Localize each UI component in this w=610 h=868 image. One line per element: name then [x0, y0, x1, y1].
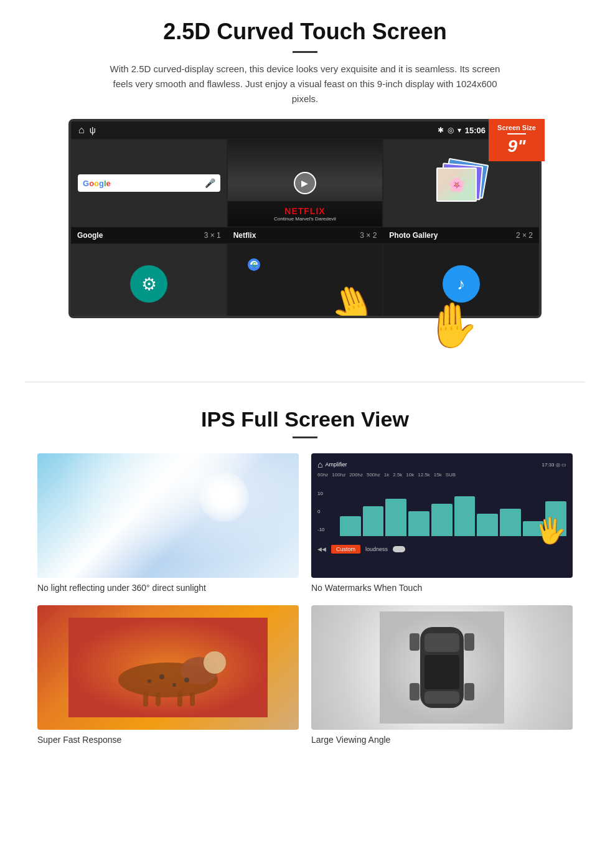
- netflix-subtitle: Continue Marvel's Daredevil: [233, 216, 378, 222]
- gallery-grid-size: 2 × 2: [516, 231, 533, 240]
- car-caption: Large Viewing Angle: [311, 735, 573, 745]
- feature-sunlight: No light reflecting under 360° direct su…: [37, 453, 299, 593]
- svg-point-11: [184, 677, 189, 682]
- amp-back: ◀◀: [317, 546, 326, 552]
- feature-watermark: ⌂ Amplifier 17:33 ◎ ▭ 60hz100hz200hz500h…: [311, 453, 573, 593]
- features-grid: No light reflecting under 360° direct su…: [37, 453, 573, 745]
- eq-bar-7: [477, 514, 498, 536]
- section-divider: [25, 382, 585, 382]
- car-bg: [311, 605, 573, 730]
- photo-stack: 🌸: [436, 161, 486, 205]
- touch-hand-icon: 🤚: [425, 300, 479, 351]
- netflix-app-cell[interactable]: ▶ NETFLIX Continue Marvel's Daredevil: [227, 139, 383, 227]
- netflix-logo: NETFLIX: [233, 206, 378, 216]
- eq-bar-5: [431, 504, 453, 536]
- section2-divider: [293, 436, 317, 438]
- eq-bar-3: [385, 499, 406, 536]
- badge-size: 9": [496, 136, 537, 156]
- settings-icon: ⚙: [130, 265, 167, 303]
- photo-card-3: 🌸: [436, 167, 477, 202]
- maps-icon: G: [240, 253, 268, 281]
- gallery-app-name: Photo Gallery: [389, 231, 438, 240]
- svg-rect-18: [425, 633, 459, 652]
- svg-rect-14: [177, 691, 182, 707]
- sunlight-bg: [37, 453, 299, 578]
- amp-header: ⌂ Amplifier 17:33 ◎ ▭: [317, 460, 566, 469]
- wifi-icon: ▾: [458, 126, 461, 134]
- mic-icon: 🎤: [205, 178, 215, 188]
- amp-title-text: Amplifier: [325, 461, 347, 468]
- section1-title: 2.5D Curved Touch Screen: [37, 19, 573, 45]
- cheetah-bg: [37, 605, 299, 730]
- music-icon: ♪: [443, 265, 480, 303]
- netflix-overlay: NETFLIX Continue Marvel's Daredevil: [228, 201, 383, 227]
- svg-rect-13: [156, 692, 161, 706]
- home-icon: ⌂: [78, 125, 85, 136]
- netflix-grid-size: 3 × 2: [360, 231, 377, 240]
- svg-rect-21: [410, 633, 420, 651]
- svg-rect-19: [425, 655, 459, 689]
- usb-icon: ψ: [90, 125, 96, 135]
- svg-rect-24: [464, 683, 474, 701]
- feature-cheetah: Super Fast Response: [37, 605, 299, 745]
- section1-divider: [293, 51, 317, 53]
- eq-bar-4: [408, 511, 429, 536]
- screen-size-badge: Screen Size 9": [489, 119, 545, 161]
- amp-status: 17:33 ◎ ▭: [542, 462, 566, 468]
- device-mockup: Screen Size 9" ⌂ ψ ✱ ◎ ▾ 15:06 ⬜ ◁) ☒ ▭: [68, 119, 542, 351]
- flower-icon: 🌸: [448, 177, 465, 193]
- eq-bars: [340, 483, 566, 539]
- status-bar: ⌂ ψ ✱ ◎ ▾ 15:06 ⬜ ◁) ☒ ▭: [71, 121, 539, 139]
- netflix-app-name: Netflix: [233, 231, 256, 240]
- google-app-name: Google: [77, 231, 103, 240]
- svg-text:G: G: [252, 262, 257, 268]
- google-search-bar[interactable]: Google 🎤: [78, 174, 220, 192]
- svg-point-9: [172, 683, 176, 687]
- svg-point-10: [148, 679, 151, 683]
- eq-bar-2: [363, 506, 384, 536]
- feature-car: Large Viewing Angle: [311, 605, 573, 745]
- eq-side-labels: 10 0 -10: [317, 491, 336, 532]
- svg-rect-15: [190, 692, 195, 706]
- amp-bg: ⌂ Amplifier 17:33 ◎ ▭ 60hz100hz200hz500h…: [311, 453, 573, 578]
- badge-title: Screen Size: [496, 124, 537, 131]
- home-small-icon: ⌂: [317, 460, 322, 469]
- badge-divider: [507, 133, 526, 134]
- bluetooth-icon: ✱: [438, 126, 444, 134]
- watermark-caption: No Watermarks When Touch: [311, 583, 573, 593]
- eq-container: 10 0 -10: [317, 480, 566, 542]
- sunlight-caption: No light reflecting under 360° direct su…: [37, 583, 299, 593]
- netflix-label: Netflix 3 × 2: [227, 227, 383, 243]
- google-logo: Google: [83, 179, 111, 188]
- location-icon: ◎: [448, 126, 454, 134]
- section-curved-screen: 2.5D Curved Touch Screen With 2.5D curve…: [0, 0, 610, 363]
- amp-footer: ◀◀ Custom loudness: [317, 545, 566, 554]
- cheetah-image: [37, 605, 299, 730]
- clock: 15:06: [465, 126, 486, 135]
- svg-rect-12: [143, 691, 148, 707]
- eq-bar-6: [454, 496, 476, 536]
- play-button[interactable]: ▶: [294, 172, 316, 194]
- section2-title: IPS Full Screen View: [37, 407, 573, 432]
- google-app-cell[interactable]: Google 🎤: [71, 139, 227, 227]
- loudness-toggle[interactable]: [393, 546, 405, 552]
- eq-bar-8: [500, 509, 521, 536]
- section-ips: IPS Full Screen View No light reflecting…: [0, 401, 610, 763]
- cheetah-caption: Super Fast Response: [37, 735, 299, 745]
- sunlight-image: [37, 453, 299, 578]
- loudness-label: loudness: [365, 546, 388, 552]
- google-label: Google 3 × 1: [71, 227, 227, 243]
- svg-rect-23: [410, 683, 420, 701]
- eq-bar-1: [340, 516, 361, 536]
- car-svg: [380, 611, 504, 724]
- touch-hand-area: 🤚: [68, 300, 542, 351]
- section1-description: With 2.5D curved-display screen, this de…: [106, 62, 504, 106]
- svg-point-7: [204, 651, 226, 674]
- eq-freq-labels: 60hz100hz200hz500hz1k2.5k10k12.5k15kSUB: [317, 472, 566, 478]
- google-grid-size: 3 × 1: [204, 231, 221, 240]
- svg-rect-22: [464, 633, 474, 651]
- car-image: [311, 605, 573, 730]
- device-screen: ⌂ ψ ✱ ◎ ▾ 15:06 ⬜ ◁) ☒ ▭: [68, 119, 542, 318]
- custom-btn: Custom: [331, 545, 360, 554]
- svg-rect-20: [425, 691, 459, 704]
